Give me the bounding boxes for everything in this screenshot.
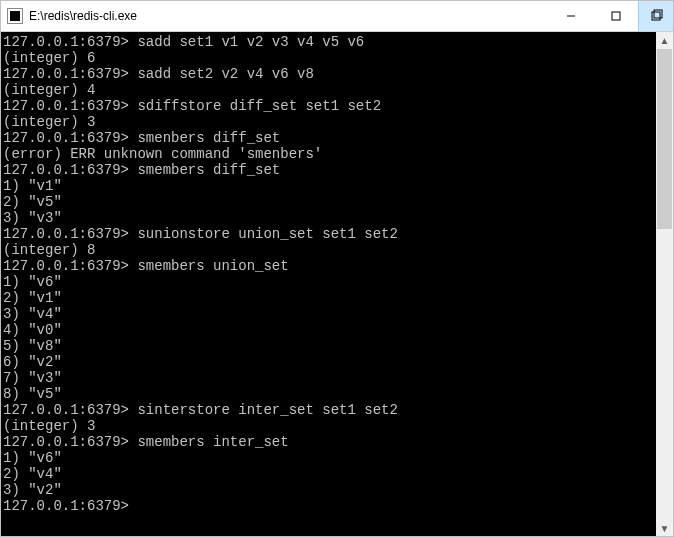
- scroll-down-arrow[interactable]: ▼: [656, 520, 673, 537]
- vertical-scrollbar[interactable]: ▲ ▼: [656, 32, 673, 537]
- maximize-button[interactable]: [593, 1, 638, 31]
- window-titlebar: E:\redis\redis-cli.exe: [1, 1, 673, 32]
- terminal-container: 127.0.0.1:6379> sadd set1 v1 v2 v3 v4 v5…: [1, 32, 673, 537]
- svg-rect-1: [612, 12, 620, 20]
- terminal-output[interactable]: 127.0.0.1:6379> sadd set1 v1 v2 v3 v4 v5…: [1, 32, 656, 537]
- window-controls: [548, 1, 673, 31]
- titlebar-left: E:\redis\redis-cli.exe: [1, 8, 137, 24]
- restore-down-button[interactable]: [638, 1, 673, 31]
- app-icon: [7, 8, 23, 24]
- minimize-button[interactable]: [548, 1, 593, 31]
- window-title: E:\redis\redis-cli.exe: [29, 9, 137, 23]
- svg-rect-2: [652, 12, 660, 20]
- scroll-up-arrow[interactable]: ▲: [656, 32, 673, 49]
- scroll-thumb[interactable]: [657, 49, 672, 229]
- svg-rect-3: [654, 10, 662, 18]
